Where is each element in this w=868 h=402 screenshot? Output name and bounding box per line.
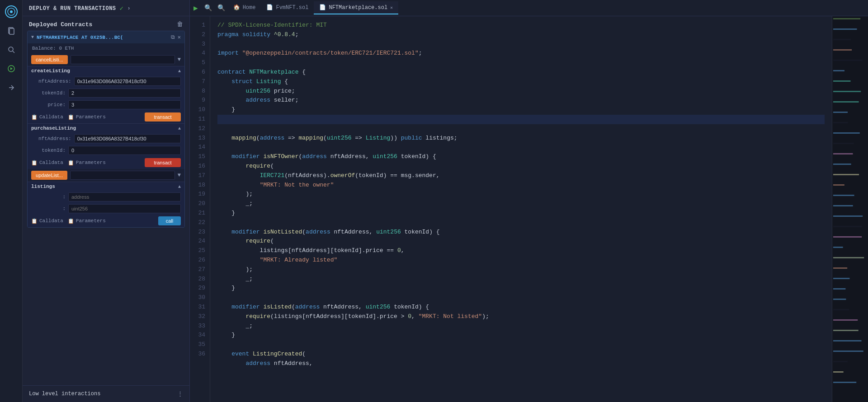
create-listing-calldata-btn[interactable]: 📋 Calldata: [31, 114, 63, 120]
low-level-title: Low level interactions: [29, 391, 100, 397]
listings-uint256-input[interactable]: [68, 204, 181, 213]
contract-header: ▼ NFTMARKETPLACE AT 0X25B...BC( ⧉ ✕: [28, 31, 184, 43]
balance-text: Balance: 0 ETH: [32, 46, 74, 51]
listings-call-container: call: [158, 216, 181, 225]
balance-row: Balance: 0 ETH: [28, 43, 184, 53]
purchase-listing-section: purchaseListing ▲ nftAddress: tokenId: 📋…: [28, 123, 184, 169]
update-listing-button[interactable]: updateList...: [31, 171, 67, 180]
tab-nftmarketplace[interactable]: 📄 NFTMarketplace.sol ✕: [314, 1, 398, 14]
create-listing-transact-container: transact: [145, 112, 181, 122]
run-icon[interactable]: ▶: [193, 4, 198, 13]
section-header: Deployed Contracts 🗑: [23, 16, 189, 31]
listings-params-btn[interactable]: 📋 Parameters: [68, 218, 106, 224]
nftmarketplace-tab-label: NFTMarketplace.sol: [329, 5, 387, 11]
listings-calldata-btn[interactable]: 📋 Calldata: [31, 218, 63, 224]
listings-address-colon: :: [38, 194, 66, 200]
purchase-listing-header[interactable]: purchaseListing ▲: [28, 124, 184, 133]
create-listing-nft-label: nftAddress:: [38, 79, 71, 84]
update-listing-input[interactable]: [70, 171, 175, 180]
purchase-listing-label: purchaseListing: [31, 126, 76, 131]
calldata-icon: 📋: [31, 114, 38, 120]
purchase-listing-nft-input[interactable]: [74, 134, 181, 143]
editor-area: ▶ 🔍 🔍 🏠 Home 📄 FvmNFT.sol 📄 NFTMarketpla…: [190, 0, 868, 402]
left-panel: DEPLOY & RUN TRANSACTIONS ✓ › Deployed C…: [23, 0, 190, 402]
purchase-params-label: Parameters: [76, 160, 106, 165]
listings-call-btn[interactable]: call: [158, 216, 181, 225]
check-icon: ✓: [120, 5, 124, 12]
create-listing-nft-address-row: nftAddress:: [28, 75, 184, 87]
code-content[interactable]: // SPDX-License-Identifier: MIT pragma s…: [210, 16, 832, 402]
home-tab-icon: 🏠: [233, 4, 240, 11]
editor-tabs: ▶ 🔍 🔍 🏠 Home 📄 FvmNFT.sol 📄 NFTMarketpla…: [190, 0, 868, 16]
chevron-icon[interactable]: ›: [127, 5, 131, 12]
create-listing-header[interactable]: createListing ▲: [28, 66, 184, 75]
zoom-in-icon[interactable]: 🔍: [202, 2, 215, 14]
cancel-listing-button[interactable]: cancelListi...: [31, 55, 68, 64]
fvmnft-tab-icon: 📄: [266, 4, 273, 11]
purchase-listing-token-row: tokenId:: [28, 145, 184, 156]
three-dots-icon[interactable]: ⋮: [177, 390, 183, 397]
copy-icon[interactable]: ⧉: [171, 34, 175, 41]
listings-uint256-row: :: [28, 203, 184, 215]
listings-header[interactable]: listings ▲: [28, 182, 184, 191]
listings-address-input[interactable]: [68, 192, 181, 201]
svg-point-5: [9, 47, 13, 51]
create-listing-price-input[interactable]: [68, 100, 181, 109]
contract-close-icon[interactable]: ✕: [178, 34, 181, 41]
create-listing-price-row: price:: [28, 99, 184, 111]
purchase-calldata-label: Calldata: [39, 160, 63, 165]
cancel-listing-dropdown-icon[interactable]: ▼: [178, 56, 181, 63]
fvmnft-tab-label: FvmNFT.sol: [276, 5, 308, 11]
params-label: Parameters: [76, 114, 106, 120]
search-icon[interactable]: [3, 42, 19, 58]
icon-bar: [0, 0, 23, 402]
arrow-icon[interactable]: [3, 79, 19, 96]
svg-rect-4: [9, 28, 14, 34]
create-listing-calldata-row: 📋 Calldata 📋 Parameters transact: [28, 111, 184, 123]
nftmarketplace-tab-icon: 📄: [319, 4, 326, 11]
panel-header: DEPLOY & RUN TRANSACTIONS ✓ ›: [23, 0, 189, 16]
purchase-listing-calldata-btn[interactable]: 📋 Calldata: [31, 160, 63, 166]
trash-icon[interactable]: 🗑: [177, 21, 183, 28]
create-listing-label: createListing: [31, 68, 70, 74]
purchase-listing-transact-btn[interactable]: transact: [145, 158, 181, 167]
listings-params-icon: 📋: [68, 218, 74, 224]
purchase-listing-token-input[interactable]: [68, 146, 181, 155]
listings-collapse-icon[interactable]: ▲: [178, 184, 181, 189]
tab-fvmnft[interactable]: 📄 FvmNFT.sol: [261, 1, 314, 14]
home-tab-label: Home: [243, 5, 256, 11]
create-listing-transact-btn[interactable]: transact: [145, 112, 181, 122]
code-editor[interactable]: 12345 678910 1112131415 1617181920 21222…: [190, 16, 868, 402]
svg-line-6: [13, 51, 14, 53]
purchase-listing-transact-container: transact: [145, 158, 181, 167]
listings-calldata-icon: 📋: [31, 218, 38, 224]
create-listing-token-label: tokenId:: [38, 90, 66, 96]
contract-chevron-icon[interactable]: ▼: [31, 35, 34, 40]
title-text: DEPLOY & RUN TRANSACTIONS: [29, 5, 116, 12]
purchase-params-icon: 📋: [68, 160, 74, 166]
deploy-run-title: DEPLOY & RUN TRANSACTIONS ✓ ›: [29, 5, 131, 12]
nftmarketplace-tab-close[interactable]: ✕: [390, 5, 393, 10]
create-listing-token-row: tokenId:: [28, 87, 184, 99]
cancel-listing-input[interactable]: [71, 55, 175, 64]
zoom-out-icon[interactable]: 🔍: [215, 2, 228, 14]
listings-params-label: Parameters: [76, 218, 106, 224]
purchase-listing-collapse-icon[interactable]: ▲: [178, 126, 181, 131]
purchase-listing-calldata-row: 📋 Calldata 📋 Parameters transact: [28, 156, 184, 169]
create-listing-nft-input[interactable]: [74, 77, 181, 86]
purchase-listing-nft-label: nftAddress:: [38, 136, 71, 141]
files-icon[interactable]: [3, 23, 19, 39]
listings-address-row: :: [28, 191, 184, 203]
deploy-run-icon[interactable]: [3, 61, 19, 77]
create-listing-section: createListing ▲ nftAddress: tokenId: pri…: [28, 66, 184, 123]
calldata-label: Calldata: [39, 114, 63, 120]
create-listing-params-btn[interactable]: 📋 Parameters: [68, 114, 106, 120]
contract-name-label: NFTMARKETPLACE AT 0X25B...BC(: [37, 35, 168, 40]
tab-home[interactable]: 🏠 Home: [228, 1, 261, 14]
update-listing-dropdown-icon[interactable]: ▼: [178, 172, 181, 178]
svg-point-2: [10, 10, 13, 13]
create-listing-collapse-icon[interactable]: ▲: [178, 69, 181, 74]
create-listing-token-input[interactable]: [68, 89, 181, 98]
listings-uint256-colon: :: [38, 206, 66, 211]
purchase-listing-params-btn[interactable]: 📋 Parameters: [68, 160, 106, 166]
